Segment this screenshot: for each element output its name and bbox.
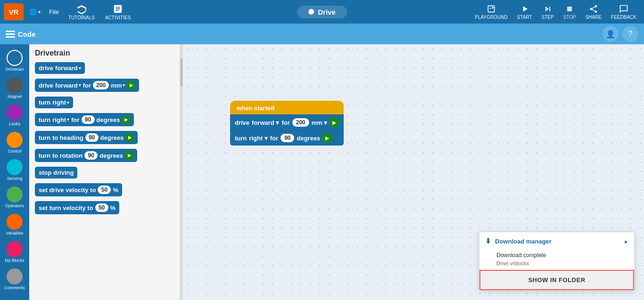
subbar-person-icon[interactable]: 👤 (603, 26, 619, 42)
right-dropdown2[interactable]: right ▾ (52, 116, 69, 123)
playground-button[interactable]: PLAYGROUND (471, 4, 511, 20)
degrees-label: degrees (97, 116, 120, 123)
globe-nav[interactable]: 🌐 ▾ (26, 8, 43, 16)
block-turn-right-simple[interactable]: turn right ▾ (35, 97, 174, 111)
sidebar-item-control[interactable]: Control (0, 130, 29, 155)
turn-velocity-pct: % (110, 204, 116, 211)
rotation-value[interactable]: 90 (84, 151, 98, 160)
blocks-panel-title: Drivetrain (35, 49, 174, 57)
download-icon: ⬇ (485, 237, 491, 245)
start-button[interactable]: START (513, 4, 536, 20)
drive-label: drive (39, 65, 53, 72)
myblocks-label: My Blocks (5, 258, 24, 263)
when-started-block[interactable]: when started (230, 101, 344, 114)
subbar: Code 👤 ? (0, 24, 644, 44)
turn-right-play-btn[interactable]: ▶ (122, 115, 130, 124)
block-drive-forward-for[interactable]: drive forward ▾ for 200 mm ▾ ▶ (35, 79, 174, 95)
drivetrain-label: Drivetrain (6, 67, 24, 72)
set-drive-velocity-label: set drive velocity to (39, 186, 96, 194)
canvas-forward-dropdown[interactable]: forward ▾ (252, 119, 279, 126)
block-set-turn-velocity-block[interactable]: set turn velocity to 50 % (35, 201, 119, 214)
top-navigation: VR 🌐 ▾ File TUTORIALS ACTIVITIES Drive P… (0, 0, 644, 24)
drive-velocity-value[interactable]: 50 (98, 186, 111, 194)
sensing-circle (7, 159, 23, 175)
sidebar-item-drivetrain[interactable]: Drivetrain (0, 48, 29, 73)
block-stop-driving[interactable]: stop driving (35, 167, 174, 181)
right-dropdown[interactable]: right ▾ (52, 99, 69, 106)
looks-label: Looks (9, 122, 20, 126)
variables-circle (7, 214, 23, 230)
show-in-folder-button[interactable]: SHOW IN FOLDER (479, 270, 634, 290)
sidebar-item-operators[interactable]: Operators (0, 185, 29, 210)
file-nav[interactable]: File (46, 8, 62, 16)
sidebar-item-magnet[interactable]: Magnet (0, 75, 29, 101)
toast-complete-label: Download complete (479, 250, 634, 260)
canvas-turn-play-btn[interactable]: ▶ (322, 133, 332, 143)
block-set-drive-velocity-block[interactable]: set drive velocity to 50 % (35, 183, 122, 196)
drive-label2: drive (39, 82, 53, 89)
vr-logo: VR (4, 3, 24, 20)
canvas-block-group: when started drive forward ▾ for 200 mm … (230, 101, 344, 146)
canvas-mm-dropdown[interactable]: mm ▾ (312, 119, 328, 126)
block-set-drive-velocity[interactable]: set drive velocity to 50 % (35, 183, 174, 199)
block-turn-to-rotation[interactable]: turn to rotation 90 degrees ▶ (35, 149, 174, 165)
turn-velocity-value[interactable]: 50 (95, 203, 108, 212)
sidebar-item-comments[interactable]: Comments (0, 267, 29, 292)
for-label: for (83, 82, 91, 89)
sidebar-item-myblocks[interactable]: My Blocks (0, 239, 29, 265)
tutorials-nav[interactable]: TUTORIALS (65, 4, 99, 20)
operators-circle (7, 186, 23, 203)
mm-dropdown[interactable]: mm ▾ (111, 82, 125, 89)
canvas-drive-play-btn[interactable]: ▶ (330, 118, 339, 127)
blocks-panel: Drivetrain drive forward ▾ drive forward… (29, 44, 180, 300)
control-label: Control (8, 149, 21, 154)
project-title-center: Drive (297, 6, 347, 18)
subbar-help-icon[interactable]: ? (622, 26, 638, 42)
toast-chevron-icon[interactable]: ▲ (623, 238, 628, 244)
block-set-turn-velocity[interactable]: set turn velocity to 50 % (35, 201, 174, 217)
subbar-right-icons: 👤 ? (603, 26, 638, 42)
block-turn-right-for-block[interactable]: turn right ▾ for 90 degrees ▶ (35, 113, 134, 126)
sidebar-item-looks[interactable]: Looks (0, 103, 29, 128)
drive-forward-play-btn[interactable]: ▶ (127, 81, 135, 89)
block-turn-right-simple-block[interactable]: turn right ▾ (35, 97, 73, 108)
rotation-degrees-label: degrees (99, 152, 123, 159)
set-turn-velocity-label: set turn velocity to (39, 204, 93, 211)
canvas-right-dropdown[interactable]: right ▾ (249, 135, 268, 142)
looks-circle (7, 105, 23, 121)
sidebar-item-variables[interactable]: Variables (0, 212, 29, 237)
rotation-play-btn[interactable]: ▶ (125, 151, 133, 160)
block-turn-to-rotation-block[interactable]: turn to rotation 90 degrees ▶ (35, 149, 137, 162)
heading-play-btn[interactable]: ▶ (125, 133, 134, 142)
stop-driving-label: stop driving (39, 169, 74, 176)
when-started-label: when started (237, 105, 274, 112)
canvas-drive-label: drive (235, 119, 249, 126)
canvas-drive-block[interactable]: drive forward ▾ for 200 mm ▾ ▶ (230, 114, 344, 130)
activities-nav[interactable]: ACTIVITIES (101, 4, 134, 20)
main-area: Drivetrain Magnet Looks Control Sensing … (0, 44, 644, 300)
feedback-button[interactable]: FEEDBACK (607, 4, 640, 20)
block-drive-forward-for-block[interactable]: drive forward ▾ for 200 mm ▾ ▶ (35, 79, 139, 92)
turn-to-heading-label: turn to heading (39, 134, 83, 141)
forward-dropdown2[interactable]: forward ▾ (55, 82, 81, 89)
forward-dropdown[interactable]: forward ▾ (55, 65, 81, 72)
stop-button[interactable]: STOP (560, 4, 580, 20)
share-button[interactable]: SHARE (582, 4, 605, 20)
block-turn-to-heading-block[interactable]: turn to heading 90 degrees ▶ (35, 131, 138, 144)
drive-distance-value[interactable]: 200 (93, 81, 109, 89)
magnet-circle (7, 77, 23, 93)
turn-angle-value[interactable]: 90 (82, 115, 95, 124)
canvas-turn-value[interactable]: 90 (281, 134, 294, 142)
block-turn-to-heading[interactable]: turn to heading 90 degrees ▶ (35, 131, 174, 147)
project-dot (308, 9, 314, 15)
svg-rect-0 (567, 7, 572, 11)
step-button[interactable]: STEP (537, 4, 557, 20)
block-drive-forward-simple-block[interactable]: drive forward ▾ (35, 62, 85, 74)
block-drive-forward-simple[interactable]: drive forward ▾ (35, 62, 174, 77)
canvas-turn-block[interactable]: turn right ▾ for 90 degrees ▶ (230, 130, 344, 146)
sidebar-item-sensing[interactable]: Sensing (0, 157, 29, 183)
canvas-drive-value[interactable]: 200 (292, 118, 309, 127)
block-turn-right-for[interactable]: turn right ▾ for 90 degrees ▶ (35, 113, 174, 129)
heading-value[interactable]: 90 (85, 133, 99, 142)
block-stop-driving-block[interactable]: stop driving (35, 167, 77, 178)
